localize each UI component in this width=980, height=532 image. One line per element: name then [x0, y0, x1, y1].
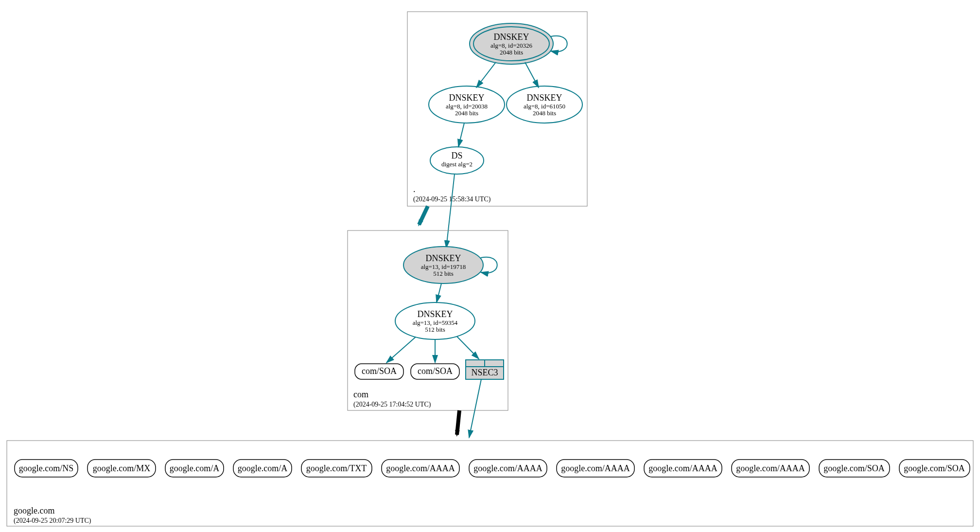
- record-google-11: google.com/SOA: [899, 460, 970, 477]
- dnskey-com-zsk: DNSKEY alg=13, id=59354 512 bits: [395, 302, 475, 339]
- svg-text:google.com/SOA: google.com/SOA: [904, 463, 965, 473]
- record-google-5: google.com/AAAA: [382, 460, 459, 477]
- svg-text:alg=8, id=20326: alg=8, id=20326: [490, 42, 533, 49]
- svg-text:google.com/SOA: google.com/SOA: [823, 463, 885, 473]
- nsec3-box: NSEC3: [466, 360, 504, 379]
- svg-text:DNSKEY: DNSKEY: [417, 309, 453, 319]
- edge-com-ksk-zsk: [437, 284, 441, 302]
- edge-nsec3-to-google: [469, 379, 481, 438]
- record-google-3: google.com/A: [233, 460, 292, 477]
- svg-text:google.com/AAAA: google.com/AAAA: [386, 463, 455, 473]
- edge-com-zsk-soa1: [386, 337, 416, 363]
- edge-zone-root-to-com: [419, 206, 428, 225]
- record-google-2: google.com/A: [165, 460, 224, 477]
- zone-label-com: com: [353, 390, 368, 399]
- dnskey-root-ksk: DNSKEY alg=8, id=20326 2048 bits: [470, 23, 553, 64]
- record-google-6: google.com/AAAA: [469, 460, 547, 477]
- zone-box-google: [7, 441, 973, 526]
- svg-text:DNSKEY: DNSKEY: [449, 93, 484, 103]
- edge-ds-to-com-ksk: [446, 174, 455, 248]
- zone-label-google: google.com: [14, 506, 54, 515]
- record-google-1: google.com/MX: [88, 460, 156, 477]
- svg-text:alg=13, id=59354: alg=13, id=59354: [413, 319, 458, 326]
- svg-text:google.com/NS: google.com/NS: [19, 463, 74, 473]
- edge-zone-com-to-google: [457, 410, 459, 435]
- svg-text:512 bits: 512 bits: [425, 326, 445, 333]
- svg-text:DNSKEY: DNSKEY: [493, 32, 529, 42]
- svg-text:DS: DS: [451, 151, 462, 160]
- svg-text:com/SOA: com/SOA: [418, 366, 453, 376]
- record-com-soa-1: com/SOA: [355, 364, 403, 379]
- svg-text:google.com/AAAA: google.com/AAAA: [561, 463, 630, 473]
- record-google-0: google.com/NS: [15, 460, 78, 477]
- edge-com-zsk-nsec3: [457, 337, 479, 359]
- zone-timestamp-com: (2024-09-25 17:04:52 UTC): [353, 401, 431, 408]
- record-google-8: google.com/AAAA: [644, 460, 722, 477]
- record-google-9: google.com/AAAA: [732, 460, 809, 477]
- ds-root: DS digest alg=2: [430, 147, 484, 174]
- svg-text:2048 bits: 2048 bits: [500, 49, 523, 56]
- svg-text:com/SOA: com/SOA: [362, 366, 397, 376]
- dnssec-diagram: . (2024-09-25 15:58:34 UTC) DNSKEY alg=8…: [0, 0, 980, 532]
- svg-text:google.com/TXT: google.com/TXT: [306, 463, 367, 473]
- record-google-10: google.com/SOA: [819, 460, 890, 477]
- svg-text:alg=8, id=61050: alg=8, id=61050: [524, 103, 565, 110]
- svg-text:2048 bits: 2048 bits: [455, 109, 478, 117]
- record-com-soa-2: com/SOA: [411, 364, 459, 379]
- svg-text:google.com/AAAA: google.com/AAAA: [736, 463, 805, 473]
- svg-text:google.com/AAAA: google.com/AAAA: [473, 463, 542, 473]
- svg-text:google.com/MX: google.com/MX: [93, 463, 151, 473]
- dnskey-root-zsk1: DNSKEY alg=8, id=20038 2048 bits: [429, 86, 505, 123]
- svg-text:DNSKEY: DNSKEY: [425, 253, 461, 263]
- svg-text:digest alg=2: digest alg=2: [441, 160, 472, 168]
- edge-root-ksk-zsk1: [476, 62, 496, 88]
- svg-text:DNSKEY: DNSKEY: [526, 93, 562, 103]
- dnskey-root-zsk2: DNSKEY alg=8, id=61050 2048 bits: [507, 86, 582, 123]
- svg-text:google.com/A: google.com/A: [238, 463, 287, 473]
- zone-timestamp-google: (2024-09-25 20:07:29 UTC): [14, 517, 91, 525]
- svg-text:NSEC3: NSEC3: [471, 368, 498, 377]
- zone-label-root: .: [413, 184, 416, 194]
- svg-text:alg=8, id=20038: alg=8, id=20038: [446, 103, 488, 110]
- svg-text:alg=13, id=19718: alg=13, id=19718: [421, 263, 466, 270]
- record-google-4: google.com/TXT: [301, 460, 372, 477]
- edge-root-ksk-zsk2: [525, 62, 539, 88]
- svg-text:google.com/AAAA: google.com/AAAA: [648, 463, 717, 473]
- svg-text:google.com/A: google.com/A: [170, 463, 219, 473]
- svg-text:512 bits: 512 bits: [433, 270, 454, 277]
- svg-text:2048 bits: 2048 bits: [533, 109, 556, 117]
- record-google-7: google.com/AAAA: [557, 460, 634, 477]
- edge-root-zsk1-ds: [458, 123, 464, 147]
- dnskey-com-ksk: DNSKEY alg=13, id=19718 512 bits: [403, 247, 483, 284]
